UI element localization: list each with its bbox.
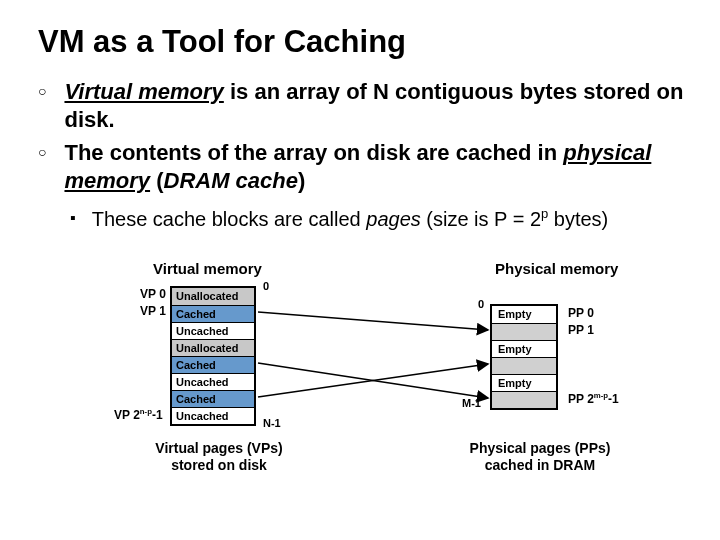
text: These cache blocks are called: [92, 208, 367, 230]
pm-index-0: 0: [478, 298, 484, 310]
pm-cell-used: [492, 357, 556, 374]
vm-caption: Virtual pages (VPs)stored on disk: [134, 440, 304, 474]
vm-cell-uncached: Uncached: [172, 407, 254, 424]
pm-cell-empty: Empty: [492, 306, 556, 323]
pm-index-m: M-1: [462, 397, 481, 409]
svg-line-0: [258, 312, 488, 330]
bullet-text: These cache blocks are called pages (siz…: [92, 206, 609, 232]
svg-line-1: [258, 363, 488, 398]
vm-heading: Virtual memory: [153, 260, 262, 277]
bullet-marker-icon: ○: [38, 78, 46, 104]
text-dram-cache: DRAM cache: [164, 168, 298, 193]
pp-label-1: PP 1: [568, 323, 594, 337]
vm-cell-uncached: Uncached: [172, 373, 254, 390]
bullet-list: ○ Virtual memory is an array of N contig…: [38, 78, 690, 232]
square-bullet-icon: ▪: [70, 206, 76, 230]
svg-line-2: [258, 364, 488, 397]
text-pages: pages: [366, 208, 421, 230]
vm-cell-cached: Cached: [172, 305, 254, 322]
vp-label-last: VP 2n-p-1: [114, 407, 163, 422]
vm-cell-uncached: Uncached: [172, 322, 254, 339]
bullet-marker-icon: ○: [38, 139, 46, 165]
vp-label-1: VP 1: [140, 304, 166, 318]
vm-index-0: 0: [263, 280, 269, 292]
memory-diagram: Virtual memory Physical memory Unallocat…: [0, 260, 720, 520]
pm-cell-empty: Empty: [492, 374, 556, 391]
vm-cell-cached: Cached: [172, 390, 254, 407]
vm-table: Unallocated Cached Uncached Unallocated …: [170, 286, 256, 426]
bullet-text: The contents of the array on disk are ca…: [64, 139, 690, 194]
slide-title: VM as a Tool for Caching: [38, 24, 406, 60]
mapping-arrows: [0, 260, 720, 520]
bullet-item: ○ Virtual memory is an array of N contig…: [38, 78, 690, 133]
pm-cell-used: [492, 323, 556, 340]
pm-heading: Physical memory: [495, 260, 618, 277]
pm-caption: Physical pages (PPs)cached in DRAM: [450, 440, 630, 474]
bullet-text: Virtual memory is an array of N contiguo…: [64, 78, 690, 133]
sub-bullet-item: ▪ These cache blocks are called pages (s…: [70, 206, 690, 232]
text-virtual-memory: Virtual memory: [64, 79, 223, 104]
pp-label-0: PP 0: [568, 306, 594, 320]
vm-cell-cached: Cached: [172, 356, 254, 373]
text: ): [298, 168, 305, 193]
vm-cell-unallocated: Unallocated: [172, 339, 254, 356]
vp-label-0: VP 0: [140, 287, 166, 301]
pm-table: Empty Empty Empty: [490, 304, 558, 410]
pp-label-last: PP 2m-p-1: [568, 391, 619, 406]
pm-cell-used: [492, 391, 556, 408]
slide: VM as a Tool for Caching ○ Virtual memor…: [0, 0, 720, 540]
text: (size is P = 2: [421, 208, 541, 230]
pm-cell-empty: Empty: [492, 340, 556, 357]
bullet-item: ○ The contents of the array on disk are …: [38, 139, 690, 194]
text: (: [150, 168, 163, 193]
vm-index-n: N-1: [263, 417, 281, 429]
vm-cell-unallocated: Unallocated: [172, 288, 254, 305]
text: bytes): [548, 208, 608, 230]
text: The contents of the array on disk are ca…: [64, 140, 563, 165]
